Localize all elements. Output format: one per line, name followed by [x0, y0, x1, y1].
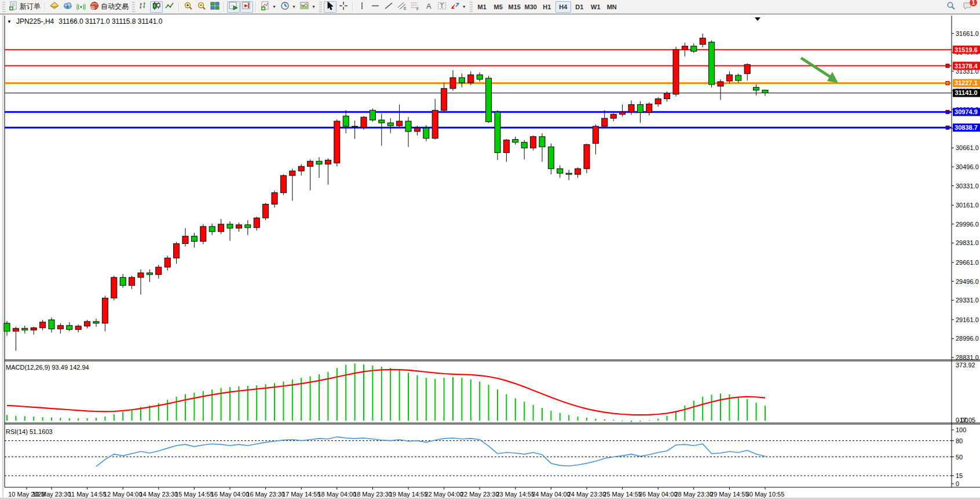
autotrading-label: 自动交易 [101, 2, 129, 12]
toolbar-drag-handle[interactable] [132, 2, 135, 12]
candle-body [174, 244, 180, 258]
candle-body [655, 99, 661, 104]
equidistant-channel-icon: E [397, 1, 407, 13]
zoom-in-button[interactable] [182, 1, 195, 13]
line-handle[interactable] [946, 64, 949, 68]
chat-button[interactable]: 1 [961, 1, 974, 13]
candle-body [316, 161, 322, 164]
text-label-button[interactable]: T [436, 1, 448, 13]
svg-text:30331.0: 30331.0 [956, 183, 979, 189]
candle-body [254, 218, 259, 228]
candle-body [387, 123, 393, 126]
toolbar-drag-handle[interactable] [2, 2, 5, 12]
candles-layer [4, 34, 768, 351]
svg-text:10 May 23:30: 10 May 23:30 [32, 491, 71, 498]
indicators-button[interactable]: ▼ [259, 1, 278, 13]
price-label-30838.7: 30838.7 [955, 124, 978, 131]
community-button[interactable] [61, 1, 74, 13]
search-button[interactable] [945, 1, 957, 13]
timeframe-button-M5[interactable]: M5 [491, 1, 506, 13]
line-handle[interactable] [946, 126, 949, 129]
svg-text:30661.0: 30661.0 [956, 144, 979, 151]
candle-body [164, 258, 170, 267]
zoom-out-icon [197, 1, 206, 13]
candlestick-icon [152, 1, 161, 13]
candle-body [334, 121, 340, 163]
candle-body [700, 38, 705, 45]
bar-chart-button[interactable] [137, 1, 149, 13]
editor-icon [50, 1, 59, 13]
svg-text:19 May 14:55: 19 May 14:55 [389, 491, 428, 498]
svg-text:0: 0 [956, 480, 959, 487]
line-handle[interactable] [946, 110, 949, 114]
trendline-button[interactable] [382, 1, 395, 13]
candle-body [120, 278, 126, 286]
timeframe-button-MN[interactable]: MN [604, 1, 620, 13]
tile-windows-button[interactable] [209, 1, 221, 13]
chart-canvas[interactable]: 31661.031496.031331.031161.030996.030831… [0, 14, 980, 500]
timeframe-button-M1[interactable]: M1 [474, 1, 490, 13]
timeframe-button-W1[interactable]: W1 [588, 1, 604, 13]
chevron-down-icon: ▼ [292, 5, 296, 9]
candle-body [209, 227, 215, 232]
candle-body [673, 50, 679, 94]
candle-body [726, 75, 732, 81]
candle-body [379, 120, 385, 123]
svg-text:29 May 14:55: 29 May 14:55 [710, 491, 749, 498]
zoom-out-button[interactable] [195, 1, 208, 13]
autotrading-button[interactable]: 自动交易 [88, 1, 130, 13]
svg-text:17 May 14:55: 17 May 14:55 [282, 491, 321, 498]
text-button[interactable]: A [422, 1, 435, 13]
svg-text:15: 15 [956, 472, 963, 479]
svg-text:A: A [426, 2, 432, 10]
new-order-button[interactable]: 新订单 [7, 1, 42, 13]
svg-text:12 May 04:00: 12 May 04:00 [104, 491, 142, 498]
svg-text:18 May 23:30: 18 May 23:30 [353, 491, 392, 498]
svg-text:25 May 14:55: 25 May 14:55 [603, 491, 642, 498]
periods-button[interactable]: ▼ [279, 1, 298, 13]
zoom-in-icon [184, 1, 193, 13]
timeframe-button-M15[interactable]: M15 [507, 1, 522, 13]
line-chart-button[interactable] [163, 1, 176, 13]
editor-button[interactable] [48, 1, 61, 13]
timeframe-button-H1[interactable]: H1 [539, 1, 555, 13]
cursor-button[interactable] [324, 1, 337, 13]
timeframe-button-D1[interactable]: D1 [572, 1, 587, 13]
toolbar-drag-handle[interactable] [470, 2, 473, 12]
autotrading-icon [90, 1, 99, 13]
templates-button[interactable]: ▼ [298, 1, 317, 13]
svg-text:24 May 04:00: 24 May 04:00 [532, 491, 571, 498]
text-icon: A [424, 1, 433, 13]
timeframe-button-H4[interactable]: H4 [555, 1, 571, 13]
line-handle[interactable] [946, 81, 949, 85]
candlestick-button[interactable] [150, 1, 163, 13]
trend-arrow-annotation[interactable] [801, 58, 838, 83]
candle-body [521, 143, 527, 148]
toolbar-drag-handle[interactable] [319, 2, 322, 12]
horizontal-lines[interactable] [5, 50, 952, 130]
fibonacci-button[interactable]: F [409, 1, 422, 13]
signals-button[interactable] [75, 1, 87, 13]
candle-body [477, 75, 482, 79]
rsi-indicator-label: RSI(14) 51.1603 [6, 428, 53, 435]
time-axis[interactable]: 10 May 202310 May 23:3011 May 14:5512 Ma… [8, 487, 784, 498]
candle-body [182, 236, 188, 244]
arrows-button[interactable]: ▼ [449, 1, 468, 13]
vertical-line-button[interactable] [356, 1, 368, 13]
timeframe-button-M30[interactable]: M30 [523, 1, 539, 13]
candle-body [513, 140, 518, 143]
auto-scroll-button[interactable] [227, 1, 240, 13]
price-label-31378.4: 31378.4 [955, 63, 978, 70]
svg-text:18 May 04:00: 18 May 04:00 [317, 491, 356, 498]
candle-body [620, 112, 626, 114]
one-click-dropdown-icon[interactable] [755, 17, 760, 21]
svg-text:14 May 23:30: 14 May 23:30 [139, 491, 178, 498]
crosshair-button[interactable] [337, 1, 350, 13]
svg-text:29161.0: 29161.0 [956, 316, 979, 323]
horizontal-line-button[interactable] [369, 1, 382, 13]
candle-body [227, 224, 233, 228]
chart-shift-button[interactable] [240, 1, 253, 13]
svg-text:16 May 23:30: 16 May 23:30 [246, 491, 285, 498]
candle-body [263, 204, 269, 218]
equidistant-channel-button[interactable]: E [396, 1, 408, 13]
